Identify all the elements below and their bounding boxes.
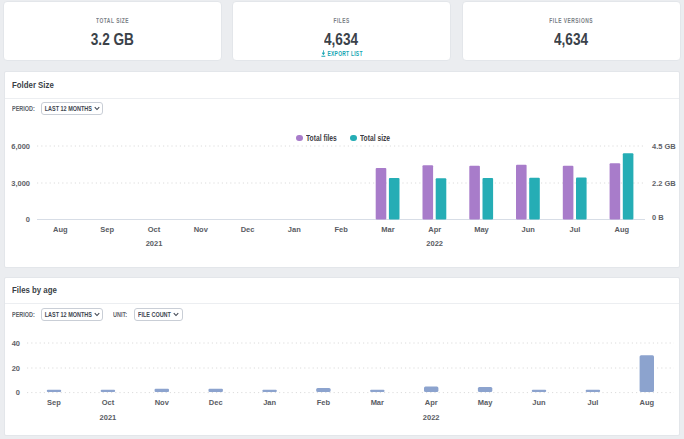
svg-text:2022: 2022 xyxy=(426,239,443,248)
svg-text:4.5 GB: 4.5 GB xyxy=(652,142,676,151)
svg-text:2021: 2021 xyxy=(146,239,163,248)
svg-text:Mar: Mar xyxy=(371,398,384,407)
svg-text:0: 0 xyxy=(26,215,30,224)
svg-text:Jul: Jul xyxy=(587,398,598,407)
svg-text:2.2 GB: 2.2 GB xyxy=(652,179,676,188)
svg-text:Aug: Aug xyxy=(615,225,630,234)
svg-text:May: May xyxy=(474,225,489,234)
svg-text:40: 40 xyxy=(12,339,20,348)
svg-text:Jul: Jul xyxy=(570,225,581,234)
svg-text:Jan: Jan xyxy=(263,398,276,407)
svg-text:0: 0 xyxy=(16,388,20,397)
svg-text:Nov: Nov xyxy=(194,225,209,234)
svg-text:20: 20 xyxy=(12,364,20,373)
svg-text:Aug: Aug xyxy=(640,398,655,407)
svg-text:3,000: 3,000 xyxy=(11,179,30,188)
svg-text:Apr: Apr xyxy=(425,398,438,407)
svg-text:Sep: Sep xyxy=(47,398,61,407)
svg-text:Nov: Nov xyxy=(155,398,170,407)
svg-text:2022: 2022 xyxy=(423,413,440,422)
svg-text:Feb: Feb xyxy=(334,225,348,234)
svg-text:Sep: Sep xyxy=(100,225,114,234)
svg-text:Feb: Feb xyxy=(317,398,331,407)
svg-text:Apr: Apr xyxy=(428,225,441,234)
svg-text:Oct: Oct xyxy=(148,225,161,234)
svg-text:6,000: 6,000 xyxy=(11,142,30,151)
svg-text:May: May xyxy=(478,398,493,407)
svg-text:Dec: Dec xyxy=(209,398,223,407)
svg-text:Jan: Jan xyxy=(288,225,301,234)
svg-text:0 B: 0 B xyxy=(652,213,664,222)
svg-text:Jun: Jun xyxy=(532,398,546,407)
svg-text:Jun: Jun xyxy=(522,225,536,234)
svg-text:Oct: Oct xyxy=(102,398,115,407)
svg-text:Aug: Aug xyxy=(53,225,68,234)
svg-text:Mar: Mar xyxy=(381,225,394,234)
svg-text:2021: 2021 xyxy=(100,413,117,422)
svg-text:Dec: Dec xyxy=(241,225,255,234)
